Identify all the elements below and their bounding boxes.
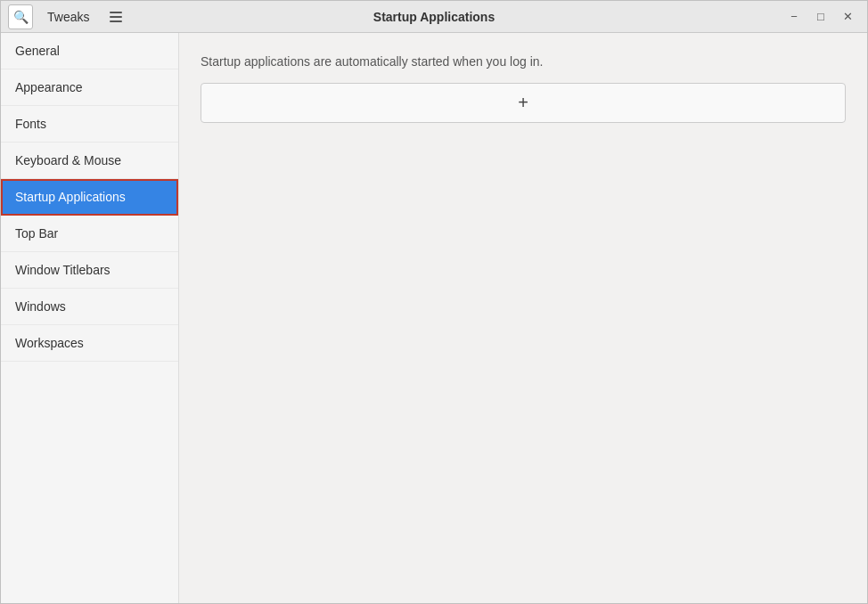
description-text: Startup applications are automatically s… bbox=[201, 54, 846, 69]
sidebar-item-fonts[interactable]: Fonts bbox=[1, 106, 178, 143]
search-button[interactable]: 🔍 bbox=[8, 4, 33, 29]
maximize-button[interactable]: □ bbox=[808, 4, 833, 29]
minimize-button[interactable]: − bbox=[782, 4, 807, 29]
sidebar-item-window-titlebars[interactable]: Window Titlebars bbox=[1, 252, 178, 289]
titlebar-left: 🔍 Tweaks bbox=[8, 4, 128, 29]
main-content: Startup applications are automatically s… bbox=[179, 33, 867, 603]
close-button[interactable]: ✕ bbox=[835, 4, 860, 29]
search-icon: 🔍 bbox=[13, 10, 29, 24]
app-title: Tweaks bbox=[37, 10, 100, 24]
application-window: 🔍 Tweaks Startup Applications − □ ✕ bbox=[0, 0, 868, 604]
titlebar: 🔍 Tweaks Startup Applications − □ ✕ bbox=[1, 1, 867, 33]
sidebar-item-keyboard-mouse[interactable]: Keyboard & Mouse bbox=[1, 143, 178, 179]
window-title: Startup Applications bbox=[373, 10, 495, 24]
sidebar-item-workspaces[interactable]: Workspaces bbox=[1, 325, 178, 362]
sidebar-item-startup-applications[interactable]: Startup Applications bbox=[1, 179, 178, 216]
sidebar-item-top-bar[interactable]: Top Bar bbox=[1, 216, 178, 252]
sidebar-item-appearance[interactable]: Appearance bbox=[1, 69, 178, 106]
menu-button[interactable] bbox=[103, 4, 128, 29]
sidebar-item-general[interactable]: General bbox=[1, 33, 178, 69]
hamburger-icon bbox=[110, 12, 122, 22]
window-controls: − □ ✕ bbox=[782, 4, 860, 29]
sidebar: General Appearance Fonts Keyboard & Mous… bbox=[1, 33, 179, 603]
sidebar-item-windows[interactable]: Windows bbox=[1, 289, 178, 325]
content-area: General Appearance Fonts Keyboard & Mous… bbox=[1, 33, 867, 603]
add-startup-app-button[interactable]: + bbox=[201, 83, 846, 123]
